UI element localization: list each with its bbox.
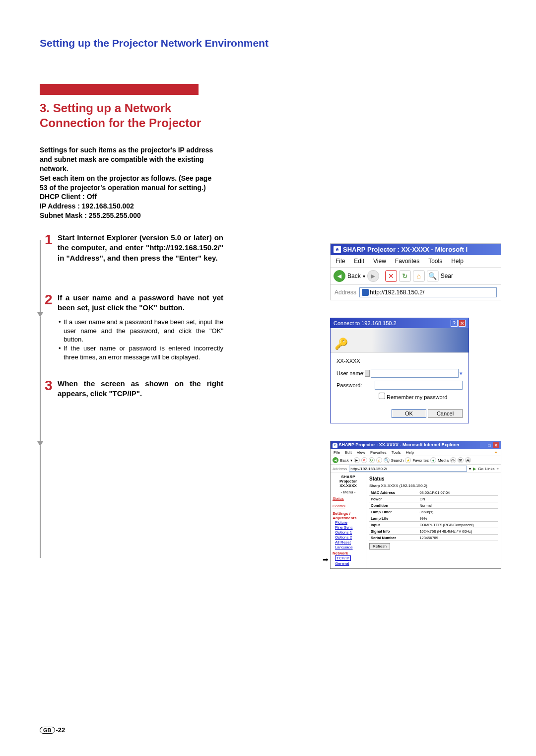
refresh-icon[interactable]: ↻ [369,457,375,463]
app-icon: ✦ [494,450,498,455]
history-icon[interactable]: ◷ [450,457,456,463]
page-footer: GB -22 [40,726,65,734]
password-label: Password: [336,382,375,388]
search-icon[interactable]: 🔍 [384,457,390,463]
toolbar: ◄ Back ▾ ► ✕ ↻ ⌂ 🔍 Sear [331,268,501,285]
step-number: 2 [45,293,58,361]
figure-status-page: e SHARP Projector : XX-XXXX - Microsoft … [330,441,501,569]
close-icon[interactable]: ✕ [493,442,499,448]
menu-item[interactable]: File [334,450,340,455]
back-button[interactable]: ◄ [334,270,345,282]
sidebar-status[interactable]: Status [333,496,364,501]
back-icon[interactable]: ◄ [333,457,338,463]
sidebar-options1[interactable]: Options 1 [335,530,364,535]
home-icon[interactable]: ⌂ [376,457,382,463]
window-title: e SHARP Projector : XX-XXXX - Microsoft … [331,244,501,255]
sidebar-menu-label: - Menu - [333,490,364,494]
table-row: Serial Number123456789 [369,535,498,541]
figure-ie-bar: e SHARP Projector : XX-XXXX - Microsoft … [330,243,501,300]
refresh-button[interactable]: Refresh [369,543,390,550]
search-label: Sear [441,273,453,279]
stop-icon[interactable]: ✕ [361,457,367,463]
dialog-title: Connect to 192.168.150.2 ? ✕ [331,318,469,328]
menu-item[interactable]: Tools [392,450,401,455]
content-heading: Status [369,476,498,481]
menu-item[interactable]: Help [451,258,464,265]
content-subheading: Sharp XX-XXXX (192.168.150.2) [369,483,498,488]
address-input[interactable] [349,466,467,472]
forward-button[interactable]: ► [367,270,379,282]
sidebar-fine-sync[interactable]: Fine Sync [335,525,364,530]
media-icon[interactable]: ● [430,457,436,463]
table-row: MAC Address08:00:1F:01:07:04 [369,489,498,496]
menu-item[interactable]: View [373,258,386,265]
remember-checkbox[interactable] [379,393,385,399]
menu-item[interactable]: Help [405,450,413,455]
address-label: Address [333,467,347,471]
content-area: Status Sharp XX-XXXX (192.168.150.2) MAC… [366,473,501,568]
go-button[interactable]: ▶ [473,467,476,471]
table-row: Lamp Timer3hour(s) [369,509,498,515]
home-icon[interactable]: ⌂ [413,270,425,282]
forward-icon[interactable]: ► [354,457,360,463]
stop-icon[interactable]: ✕ [385,270,397,282]
language-badge: GB [40,727,55,734]
menu-item[interactable]: Edit [354,258,364,265]
sidebar-language[interactable]: Language [335,545,364,550]
menu-item[interactable]: Favorites [395,258,419,265]
close-icon[interactable]: ✕ [459,320,466,327]
sidebar-network: Network [333,551,364,555]
mail-icon[interactable]: ✉ [458,457,464,463]
cancel-button[interactable]: Cancel [428,409,463,418]
table-row: ConditionNormal [369,502,498,509]
refresh-icon[interactable]: ↻ [399,270,411,282]
sidebar-picture[interactable]: Picture [335,520,364,525]
step-note: •If a user name and a password have been… [58,318,223,361]
page-number: -22 [56,726,66,734]
step-1: 1 Start Internet Explorer (version 5.0 o… [45,233,223,263]
step-3: 3 When the screen as shown on the right … [45,379,223,399]
search-icon[interactable]: 🔍 [427,270,439,282]
sidebar-options2[interactable]: Options 2 [335,535,364,540]
favorites-icon[interactable]: ★ [405,457,411,463]
step-title: If a user name and a password have not y… [58,293,223,313]
step-number: 1 [45,233,58,263]
username-input[interactable] [371,369,459,378]
sidebar-header: SHARP Projector XX-XXXX [333,475,364,488]
pointer-arrow-icon: ➡ [323,555,329,563]
password-input[interactable] [375,381,463,390]
remember-label: Remember my password [387,394,447,400]
address-input[interactable]: http://192.168.150.2/ [359,287,497,297]
status-table: MAC Address08:00:1F:01:07:04PowerONCondi… [369,489,498,541]
model-label: XX-XXXX [336,358,463,364]
sidebar-tcpip[interactable]: TCP/IP [335,555,351,561]
intro-text: Settings for such items as the projector… [40,145,218,220]
maximize-icon[interactable]: □ [486,442,492,448]
ie-icon: e [333,443,337,448]
help-icon[interactable]: ? [451,320,458,327]
figure-connect-dialog: Connect to 192.168.150.2 ? ✕ 🔑 XX-XXXX U… [330,318,469,423]
ok-button[interactable]: OK [392,409,426,418]
sidebar-all-reset[interactable]: All Reset [335,540,364,545]
menu-bar: File Edit View Favorites Tools Help [331,255,501,268]
dialog-banner: 🔑 [331,328,469,353]
links-label[interactable]: Links [485,467,495,471]
menu-item[interactable]: Edit [345,450,352,455]
sidebar-settings: Settings / Adjustments [333,511,364,520]
username-label: User name: [336,370,365,376]
step-title: Start Internet Explorer (version 5.0 or … [58,233,223,263]
minimize-icon[interactable]: – [480,442,486,448]
back-label: Back [347,273,361,279]
sidebar-general[interactable]: General [335,561,364,566]
menu-item[interactable]: View [357,450,365,455]
print-icon[interactable]: 🖨 [465,457,471,463]
user-icon [365,370,370,377]
step-number: 3 [45,379,58,399]
menu-item[interactable]: Favorites [370,450,387,455]
menu-item[interactable]: Tools [428,258,442,265]
section-title: 3. Setting up a Network Connection for t… [40,101,208,131]
sidebar-control[interactable]: Control [333,504,364,508]
address-label: Address [335,289,356,296]
menu-item[interactable]: File [335,258,345,265]
keys-icon: 🔑 [335,338,348,350]
